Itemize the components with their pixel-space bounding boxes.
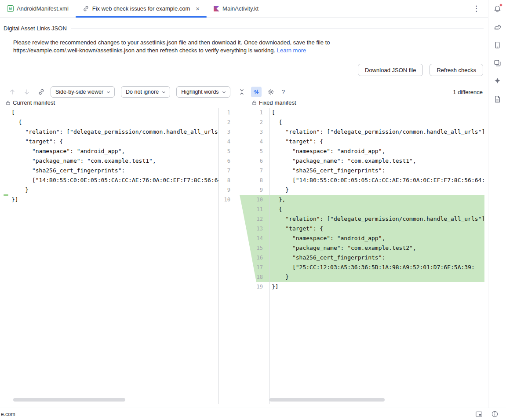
gutter-divider-right: [269, 108, 269, 404]
description-line-2: https://example.com/.well-known/assetlin…: [13, 47, 275, 54]
line-number: 15: [248, 243, 263, 253]
code-line: ["25:CC:12:03:A5:36:36:5D:1A:98:A9:52:01…: [269, 263, 484, 272]
code-line: }]: [269, 282, 484, 292]
line-number: 9: [219, 185, 230, 195]
code-line: {: [269, 117, 484, 127]
editor-tab-bar: M AndroidManifest.xml Fix web check issu…: [0, 0, 488, 18]
code-line: "package_name": "com.example.test1",: [0, 156, 218, 166]
app-links-assistant-icon[interactable]: [492, 94, 502, 104]
code-line: "relation": ["delegate_permission/common…: [269, 127, 484, 137]
code-line: [: [0, 108, 218, 117]
line-number: 10: [248, 195, 263, 205]
line-number: 5: [219, 146, 230, 156]
section-separator: [71, 28, 484, 29]
help-icon[interactable]: ?: [280, 88, 287, 95]
chevron-down-icon: [221, 89, 227, 95]
line-number: 10: [219, 195, 230, 205]
line-number: 1: [219, 108, 230, 117]
current-manifest-title: Current manifest: [6, 99, 55, 106]
layout-inset-icon[interactable]: [475, 410, 483, 418]
line-number: 16: [248, 253, 263, 263]
code-line: "sha256_cert_fingerprints":: [269, 166, 484, 175]
code-line: {: [269, 205, 484, 214]
line-number: 9: [248, 185, 263, 195]
line-number: 2: [219, 117, 230, 127]
previous-difference-icon[interactable]: [7, 87, 18, 97]
line-number: 11: [248, 205, 263, 214]
line-number: 5: [248, 146, 263, 156]
code-line: },: [269, 195, 484, 205]
line-number: 13: [248, 224, 263, 234]
running-devices-icon[interactable]: [492, 40, 502, 50]
line-number: 6: [219, 156, 230, 166]
line-number: 2: [248, 117, 263, 127]
line-number: 3: [219, 127, 230, 137]
viewer-mode-select[interactable]: Side-by-side viewer: [51, 86, 115, 98]
difference-count: 1 difference: [453, 89, 483, 95]
collapse-unchanged-icon[interactable]: [237, 87, 247, 97]
code-line: "relation": ["delegate_permission/common…: [0, 127, 218, 137]
notification-badge: [499, 4, 502, 7]
learn-more-link[interactable]: Learn more: [277, 47, 306, 54]
next-difference-icon[interactable]: [22, 87, 32, 97]
build-variants-icon[interactable]: [492, 58, 502, 68]
code-line: "target": {: [269, 224, 484, 234]
tab-fix-web-check-issues[interactable]: Fix web check issues for example.com ×: [76, 0, 207, 17]
code-line: [: [269, 108, 484, 117]
diff-settings-gear-icon[interactable]: [266, 87, 276, 97]
line-number: 17: [248, 263, 263, 272]
code-line: "target": {: [0, 137, 218, 146]
diff-toolbar: Side-by-side viewer Do not ignore Highli…: [7, 86, 483, 98]
code-line: }]: [0, 195, 218, 205]
line-number: 12: [248, 214, 263, 224]
code-line: }: [269, 272, 484, 282]
line-number: 6: [248, 156, 263, 166]
right-tool-rail: [488, 0, 506, 408]
description-line-1: Please review the recommended changes to…: [13, 39, 330, 46]
assistant-description: Please review the recommended changes to…: [13, 39, 470, 54]
right-horizontal-scrollbar[interactable]: [269, 398, 385, 402]
fixed-manifest-editor[interactable]: [ { "relation": ["delegate_permission/co…: [269, 108, 484, 404]
code-line: "package_name": "com.example.test1",: [269, 156, 484, 166]
code-line: "namespace": "android_app",: [269, 234, 484, 243]
info-icon[interactable]: [491, 410, 499, 418]
tab-close-icon[interactable]: ×: [196, 5, 200, 12]
chevron-down-icon: [161, 89, 167, 95]
current-manifest-editor[interactable]: [ { "relation": ["delegate_permission/co…: [0, 108, 218, 404]
line-number: 14: [248, 234, 263, 243]
status-icons: [475, 410, 505, 418]
code-line: "namespace": "android_app",: [269, 146, 484, 156]
refresh-checks-button[interactable]: Refresh checks: [430, 64, 483, 76]
code-line: }: [269, 185, 484, 195]
download-json-button[interactable]: Download JSON file: [358, 64, 423, 76]
line-number: 8: [248, 175, 263, 185]
notifications-bell-icon[interactable]: [492, 4, 502, 14]
section-title: Digital Asset Links JSON: [4, 25, 67, 32]
tab-options-kebab-icon[interactable]: ⋮: [465, 0, 488, 17]
code-line: {: [0, 117, 218, 127]
code-line: "sha256_cert_fingerprints":: [0, 166, 218, 175]
gradle-icon[interactable]: [492, 22, 502, 32]
gemini-sparkle-icon[interactable]: [492, 76, 502, 86]
tab-mainactivity[interactable]: MainActivity.kt: [207, 0, 266, 17]
code-line: "package_name": "com.example.test2",: [269, 243, 484, 253]
code-line: "relation": ["delegate_permission/common…: [269, 214, 484, 224]
highlight-policy-select[interactable]: Highlight words: [176, 86, 230, 98]
diff-region: [ { "relation": ["delegate_permission/co…: [0, 108, 488, 404]
line-number: 1: [248, 108, 263, 117]
link-icon: [83, 5, 89, 12]
tab-label: MainActivity.kt: [222, 5, 258, 12]
line-number: 7: [248, 166, 263, 175]
left-horizontal-scrollbar[interactable]: [13, 398, 125, 402]
synchronize-scrolling-icon[interactable]: [251, 87, 262, 97]
tab-androidmanifest[interactable]: M AndroidManifest.xml: [0, 0, 76, 17]
tab-label: Fix web check issues for example.com: [92, 5, 190, 12]
kotlin-file-icon: [214, 6, 219, 11]
ignore-policy-select[interactable]: Do not ignore: [121, 86, 170, 98]
jump-to-source-link-icon[interactable]: [36, 87, 47, 97]
left-line-numbers: 12345678910: [219, 108, 230, 205]
code-line: ["14:B0:55:C0:0E:05:05:CA:CC:AE:76:0A:0C…: [269, 175, 484, 185]
lock-icon: [6, 100, 11, 106]
line-number: 4: [248, 137, 263, 146]
tab-label: AndroidManifest.xml: [17, 5, 69, 12]
